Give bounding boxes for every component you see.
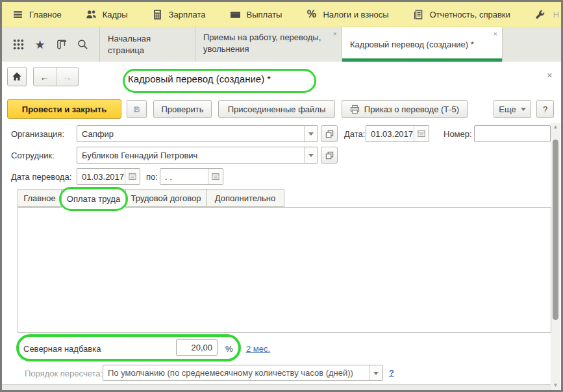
scrollbar-track[interactable]: [551, 132, 560, 381]
number-value: [475, 126, 550, 141]
vertical-scrollbar[interactable]: ▲ ▼: [551, 123, 560, 390]
pay-tab-panel: [18, 207, 551, 333]
tab-label: Кадровый перевод (создание) *: [350, 39, 474, 51]
detail-tab-label: Оплата труда: [67, 194, 120, 204]
main-menu-bar: Главное Кадры Зарплата Выплаты % Налоги …: [2, 2, 561, 27]
recalc-order-select[interactable]: По умолчанию (по среднемесячному количес…: [103, 365, 383, 381]
tab-start-page[interactable]: Начальная страница: [99, 27, 195, 62]
northern-allowance-input[interactable]: 20,00: [176, 339, 218, 356]
active-tab-indicator: [342, 58, 502, 62]
menu-item-main[interactable]: Главное: [12, 9, 62, 20]
org-open-button[interactable]: [321, 125, 338, 142]
menu-label: Зарплата: [169, 10, 206, 19]
menu-label: Отчетность, справки: [430, 10, 510, 19]
open-icon: [325, 151, 334, 160]
number-label: Номер:: [444, 129, 472, 139]
search-icon[interactable]: [77, 38, 89, 51]
detail-tab-additional[interactable]: Дополнительно: [206, 189, 284, 207]
menu-label: Главное: [29, 10, 62, 19]
detail-tab-label: Дополнительно: [215, 193, 276, 203]
transfer-date-calendar-button[interactable]: [125, 169, 140, 184]
quick-tools: ★: [2, 27, 99, 62]
transfer-date-label: Дата перевода:: [11, 172, 71, 182]
favorites-star-icon[interactable]: ★: [34, 38, 46, 51]
org-input[interactable]: Сапфир: [77, 125, 318, 142]
transfer-order-label: Приказ о переводе (Т-5): [364, 104, 459, 114]
chevron-down-icon: [521, 108, 526, 114]
history-nav-group: ← →: [33, 67, 79, 86]
org-dropdown-button[interactable]: [304, 126, 318, 141]
home-button[interactable]: [7, 67, 27, 86]
tab-label: Начальная страница: [108, 33, 187, 56]
document-title: Кадровый перевод (создание) *: [128, 73, 271, 84]
date-calendar-button[interactable]: [414, 126, 429, 141]
detail-tab-label: Главное: [23, 193, 56, 203]
more-button-top[interactable]: Еще: [494, 100, 531, 118]
save-button[interactable]: [127, 100, 147, 118]
tab-close-icon[interactable]: ×: [333, 31, 337, 38]
employee-label: Сотрудник:: [11, 151, 55, 160]
org-label: Организация:: [11, 129, 64, 139]
employee-open-button[interactable]: [321, 147, 338, 164]
tab-personnel-transfer[interactable]: Кадровый перевод (создание) * ×: [342, 27, 503, 62]
to-label: по:: [146, 172, 158, 182]
months-link[interactable]: 2 мес.: [246, 344, 270, 354]
menu-item-kadry[interactable]: Кадры: [86, 9, 128, 20]
to-date-value: . .: [160, 169, 208, 184]
date-input[interactable]: 01.03.2017: [366, 125, 429, 142]
form-footer: [2, 384, 551, 392]
floppy-icon: [134, 104, 140, 114]
calendar-icon: [418, 130, 425, 138]
transfer-date-value: 01.03.2017: [77, 169, 125, 184]
detail-tab-main[interactable]: Главное: [18, 189, 62, 207]
hamburger-icon: [12, 9, 23, 20]
chevron-down-icon: [308, 154, 314, 160]
menu-item-otchetnost[interactable]: Отчетность, справки: [413, 9, 510, 20]
chevron-down-icon: [308, 132, 314, 138]
service-menu-icon[interactable]: [12, 38, 25, 51]
attached-files-button[interactable]: Присоединенные файлы: [218, 100, 335, 118]
close-form-icon[interactable]: ×: [547, 69, 553, 80]
wrench-icon[interactable]: [534, 9, 545, 20]
detail-tab-contract[interactable]: Трудовой договор: [125, 189, 206, 207]
employee-input[interactable]: Бубликов Геннадий Петрович: [77, 147, 318, 164]
transfer-date-input[interactable]: 01.03.2017: [77, 168, 140, 185]
recalc-dropdown-button[interactable]: [369, 365, 382, 380]
help-button[interactable]: ?: [536, 100, 554, 118]
org-value: Сапфир: [77, 126, 304, 141]
recalc-help-link[interactable]: ?: [389, 368, 394, 378]
tab-close-icon[interactable]: ×: [494, 31, 497, 38]
scrollbar-thumb[interactable]: [553, 140, 558, 320]
percent-icon: %: [306, 9, 317, 20]
scroll-up-icon[interactable]: ▲: [553, 123, 558, 132]
northern-allowance-label: Северная надбавка: [23, 344, 101, 354]
check-button[interactable]: Проверить: [153, 100, 212, 118]
post-and-close-button[interactable]: Провести и закрыть: [7, 99, 121, 119]
employee-dropdown-button[interactable]: [304, 147, 318, 163]
calculator-icon: [152, 9, 163, 20]
recalc-order-value: По умолчанию (по среднемесячному количес…: [103, 365, 369, 380]
transfer-order-button[interactable]: Приказ о переводе (Т-5): [342, 100, 468, 118]
menu-item-zarplata[interactable]: Зарплата: [152, 9, 206, 20]
tab-hires-transfers[interactable]: Приемы на работу, переводы, увольнения ×: [195, 27, 342, 62]
detail-tab-pay[interactable]: Оплата труда: [61, 189, 126, 208]
scroll-down-icon[interactable]: ▼: [553, 381, 558, 390]
menu-item-nalogi[interactable]: % Налоги и взносы: [306, 9, 388, 20]
back-button[interactable]: ←: [34, 67, 56, 86]
recalc-order-label: Порядок пересчета:: [25, 369, 103, 378]
window-tab-strip: ★ Начальная страница Приемы на работу, п…: [2, 27, 561, 62]
calendar-icon: [212, 173, 219, 180]
card-icon: [230, 9, 241, 20]
home-icon: [12, 71, 22, 82]
app-window: Главное Кадры Зарплата Выплаты % Налоги …: [0, 0, 563, 392]
forward-button[interactable]: →: [56, 67, 79, 86]
to-date-input[interactable]: . .: [160, 168, 223, 185]
northern-allowance-value: 20,00: [177, 340, 217, 355]
menu-label: Кадры: [103, 10, 128, 19]
history-icon[interactable]: [55, 38, 68, 51]
to-date-calendar-button[interactable]: [208, 169, 223, 184]
printer-icon: [350, 104, 360, 114]
menu-item-vyplaty[interactable]: Выплаты: [230, 9, 282, 20]
number-input[interactable]: [474, 125, 551, 142]
calendar-icon: [129, 173, 136, 180]
